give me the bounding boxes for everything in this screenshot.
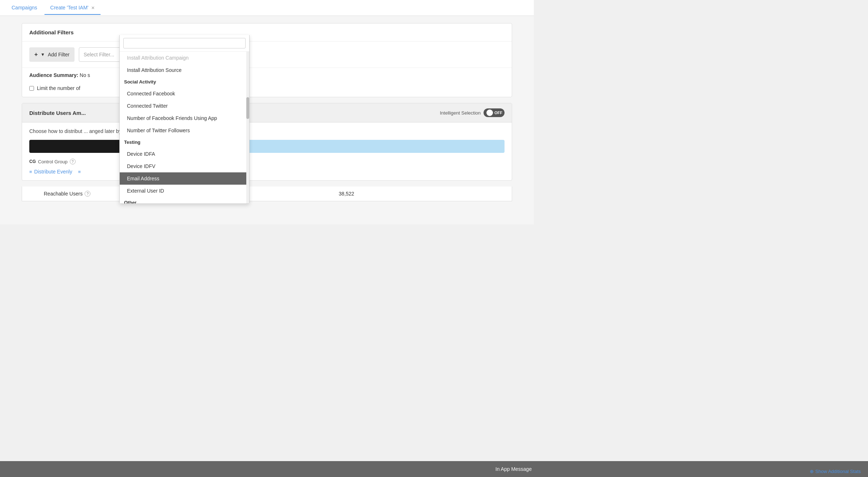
variant-bar	[29, 140, 505, 153]
additional-filters-header: Additional Filters	[22, 23, 512, 42]
distribute-evenly-icon-2: ≡	[78, 169, 81, 175]
tab-close-icon[interactable]: ✕	[91, 5, 95, 10]
variant-bar-wrapper	[29, 140, 505, 153]
dropdown-item-connected-twitter[interactable]: Connected Twitter	[120, 100, 249, 112]
intelligent-selection-container: Intelligent Selection OFF	[440, 108, 505, 117]
intelligent-selection-toggle[interactable]: OFF	[484, 108, 505, 117]
dropdown-item-twitter-followers[interactable]: Number of Twitter Followers	[120, 124, 249, 137]
stats-section: In App Message Reachable Users ? 38,522	[22, 186, 512, 201]
distribute-evenly-button[interactable]: ≡ Distribute Evenly	[29, 169, 72, 175]
filter-dropdown-overlay: Install Attribution Campaign Install Att…	[119, 35, 250, 204]
audience-summary-row: Audience Summary: No s	[22, 68, 512, 82]
filter-row: + ▼ Add Filter Select Filter... ▲	[22, 42, 512, 68]
tab-create-test-iam[interactable]: Create 'Test IAM' ✕	[44, 1, 101, 15]
limit-checkbox[interactable]	[29, 86, 34, 91]
dropdown-scrollbar-thumb[interactable]	[246, 97, 249, 119]
dropdown-list: Install Attribution Campaign Install Att…	[120, 52, 249, 203]
control-group-info-icon[interactable]: ?	[70, 159, 76, 164]
control-group-bar-segment	[29, 140, 124, 153]
dropdown-scrollbar-track	[246, 52, 249, 203]
dropdown-search-input[interactable]	[123, 38, 246, 48]
control-group-label: CG Control Group ?	[29, 159, 76, 164]
main-content: Additional Filters + ▼ Add Filter Select…	[0, 16, 534, 224]
dropdown-group-social-activity: Social Activity	[120, 76, 249, 87]
distribute-evenly-button-2[interactable]: ≡	[78, 169, 81, 175]
filter-icon: ▼	[41, 52, 45, 57]
dropdown-item-connected-facebook[interactable]: Connected Facebook	[120, 87, 249, 100]
tab-bar: Campaigns Create 'Test IAM' ✕	[0, 0, 534, 16]
distribute-users-card: Distribute Users Am... Intelligent Selec…	[22, 103, 512, 181]
dropdown-group-testing: Testing	[120, 137, 249, 148]
distribute-title: Distribute Users Am...	[29, 110, 86, 116]
dropdown-group-other: Other	[120, 197, 249, 203]
distribute-description: Choose how to distribut ... anged later …	[29, 128, 505, 134]
distribute-evenly-row: ≡ Distribute Evenly ≡	[29, 169, 505, 175]
dropdown-item-device-idfa[interactable]: Device IDFA	[120, 148, 249, 160]
dropdown-item-device-idfv[interactable]: Device IDFV	[120, 160, 249, 172]
additional-filters-card: Additional Filters + ▼ Add Filter Select…	[22, 23, 512, 97]
distribute-body: Choose how to distribut ... anged later …	[22, 123, 512, 180]
dropdown-search-wrapper	[120, 35, 249, 52]
tab-campaigns[interactable]: Campaigns	[6, 1, 43, 15]
toggle-knob	[486, 109, 493, 116]
dropdown-item-external-user-id[interactable]: External User ID	[120, 185, 249, 197]
add-filter-button[interactable]: + ▼ Add Filter	[29, 47, 75, 62]
dropdown-item-install-attribution-campaign[interactable]: Install Attribution Campaign	[120, 52, 249, 64]
limit-row: Limit the number of	[22, 82, 512, 97]
dropdown-item-install-attribution-source[interactable]: Install Attribution Source	[120, 64, 249, 76]
distribute-evenly-icon: ≡	[29, 169, 32, 175]
dropdown-item-email-address[interactable]: Email Address	[120, 172, 249, 185]
variant-row: CG Control Group ?	[29, 159, 505, 164]
reachable-row: Reachable Users ? 38,522	[22, 186, 512, 201]
dropdown-item-facebook-friends[interactable]: Number of Facebook Friends Using App	[120, 112, 249, 124]
reachable-info-icon[interactable]: ?	[85, 191, 90, 197]
distribute-header: Distribute Users Am... Intelligent Selec…	[22, 103, 512, 123]
plus-icon: +	[34, 51, 38, 58]
